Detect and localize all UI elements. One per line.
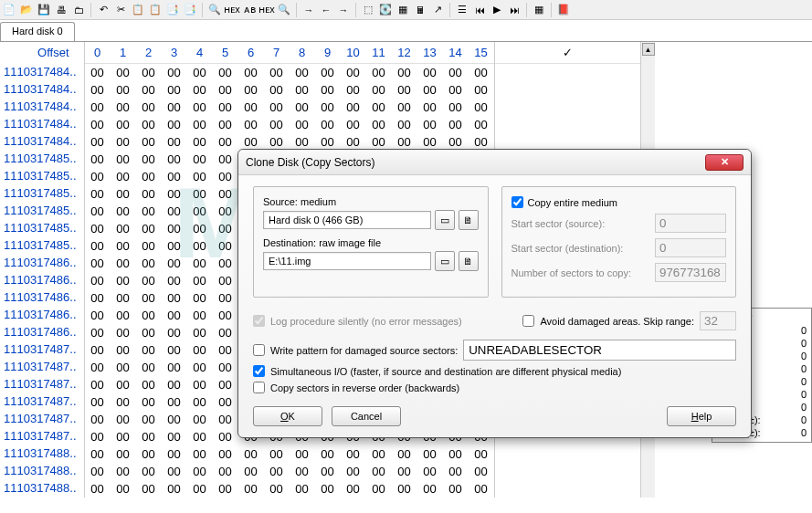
hex-cell[interactable]: 00	[443, 116, 469, 133]
hex-cell[interactable]: 00	[213, 220, 238, 237]
hex-cell[interactable]: 00	[136, 376, 162, 393]
hex-cell[interactable]: 00	[264, 463, 290, 480]
hex-cell[interactable]: 00	[443, 480, 469, 497]
hex-cell[interactable]: 00	[111, 289, 136, 307]
hex-cell[interactable]: 00	[187, 393, 213, 411]
hex-cell[interactable]: 00	[315, 463, 341, 480]
hex-cell[interactable]: 00	[392, 463, 417, 480]
hex-cell[interactable]: 00	[290, 81, 315, 99]
hex-cell[interactable]: 00	[111, 445, 136, 463]
hex-cell[interactable]: 00	[136, 116, 162, 133]
hex-cell[interactable]: 00	[341, 480, 366, 497]
hex-cell[interactable]: 00	[213, 255, 238, 272]
hex-cell[interactable]: 00	[469, 116, 494, 133]
copy-entire-checkbox[interactable]	[511, 196, 523, 208]
hex-cell[interactable]: 00	[238, 480, 264, 497]
hex-cell[interactable]: 00	[366, 445, 392, 463]
hex-cell[interactable]: 00	[111, 99, 136, 116]
hex-cell[interactable]: 00	[469, 64, 494, 81]
hex-cell[interactable]: 00	[213, 151, 238, 168]
hex-cell[interactable]: 00	[85, 463, 111, 480]
hex-cell[interactable]: 00	[187, 185, 213, 203]
hex-cell[interactable]: 00	[213, 237, 238, 255]
hex-cell[interactable]: 00	[136, 411, 162, 428]
hex-cell[interactable]: 00	[111, 133, 136, 151]
hex-cell[interactable]: 00	[341, 64, 366, 81]
hex-cell[interactable]: 00	[136, 203, 162, 220]
hex-cell[interactable]: 00	[392, 64, 417, 81]
hex-cell[interactable]: 00	[213, 393, 238, 411]
scroll-up-arrow-icon[interactable]: ▲	[642, 43, 655, 56]
hex-cell[interactable]: 00	[213, 133, 238, 151]
hex-cell[interactable]: 00	[315, 64, 341, 81]
hex-cell[interactable]: 00	[85, 151, 111, 168]
hex-cell[interactable]: 00	[136, 237, 162, 255]
hex-cell[interactable]: 00	[111, 324, 136, 341]
tool-back-icon[interactable]: ←	[319, 3, 333, 17]
hex-cell[interactable]: 00	[290, 445, 315, 463]
hex-cell[interactable]: 00	[315, 480, 341, 497]
hex-cell[interactable]: 00	[341, 116, 366, 133]
hex-cell[interactable]: 00	[162, 445, 187, 463]
tool-open-icon[interactable]: 📂	[19, 3, 34, 17]
hex-row[interactable]: 00000000000000000000000000000000	[85, 116, 494, 133]
hex-cell[interactable]: 00	[290, 480, 315, 497]
hex-cell[interactable]: 00	[187, 151, 213, 168]
tool-calc-icon[interactable]: 🖩	[413, 3, 427, 17]
hex-cell[interactable]: 00	[238, 99, 264, 116]
hex-cell[interactable]: 00	[213, 428, 238, 445]
hex-cell[interactable]: 00	[469, 480, 494, 497]
hex-cell[interactable]: 00	[213, 463, 238, 480]
hex-cell[interactable]: 00	[162, 237, 187, 255]
hex-cell[interactable]: 00	[85, 203, 111, 220]
hex-cell[interactable]: 00	[187, 64, 213, 81]
hex-cell[interactable]: 00	[469, 99, 494, 116]
hex-cell[interactable]: 00	[85, 272, 111, 289]
hex-cell[interactable]: 00	[111, 463, 136, 480]
hex-cell[interactable]: 00	[85, 255, 111, 272]
hex-cell[interactable]: 00	[162, 393, 187, 411]
hex-cell[interactable]: 00	[187, 116, 213, 133]
hex-cell[interactable]: 00	[264, 99, 290, 116]
hex-cell[interactable]: 00	[85, 393, 111, 411]
hex-cell[interactable]: 00	[111, 81, 136, 99]
hex-cell[interactable]: 00	[187, 133, 213, 151]
close-button[interactable]: ✕	[705, 154, 743, 171]
hex-cell[interactable]: 00	[443, 463, 469, 480]
tool-new-icon[interactable]: 📄	[2, 3, 16, 17]
hex-cell[interactable]: 00	[213, 359, 238, 376]
hex-cell[interactable]: 00	[213, 307, 238, 324]
hex-cell[interactable]: 00	[392, 99, 417, 116]
hex-cell[interactable]: 00	[162, 307, 187, 324]
hex-cell[interactable]: 00	[85, 341, 111, 359]
hex-cell[interactable]: 00	[136, 307, 162, 324]
hex-cell[interactable]: 00	[443, 64, 469, 81]
hex-cell[interactable]: 00	[136, 220, 162, 237]
hex-cell[interactable]: 00	[187, 220, 213, 237]
hex-cell[interactable]: 00	[187, 203, 213, 220]
hex-cell[interactable]: 00	[136, 133, 162, 151]
hex-cell[interactable]: 00	[111, 307, 136, 324]
hex-cell[interactable]: 00	[187, 341, 213, 359]
hex-row[interactable]: 00000000000000000000000000000000	[85, 64, 494, 81]
browse-dest-disk-button[interactable]: ▭	[435, 251, 455, 271]
hex-cell[interactable]: 00	[111, 480, 136, 497]
hex-cell[interactable]: 00	[162, 359, 187, 376]
hex-cell[interactable]: 00	[162, 463, 187, 480]
hex-cell[interactable]: 00	[136, 359, 162, 376]
hex-cell[interactable]: 00	[366, 480, 392, 497]
hex-cell[interactable]: 00	[264, 445, 290, 463]
hex-cell[interactable]: 00	[162, 185, 187, 203]
hex-cell[interactable]: 00	[366, 99, 392, 116]
tool-goto-icon[interactable]: →	[301, 3, 316, 17]
hex-row[interactable]: 00000000000000000000000000000000	[85, 463, 494, 480]
hex-cell[interactable]: 00	[213, 324, 238, 341]
hex-cell[interactable]: 00	[136, 463, 162, 480]
hex-cell[interactable]: 00	[417, 64, 443, 81]
hex-cell[interactable]: 00	[187, 411, 213, 428]
hex-cell[interactable]: 00	[187, 81, 213, 99]
hex-cell[interactable]: 00	[392, 480, 417, 497]
write-pattern-checkbox[interactable]	[253, 344, 265, 356]
hex-cell[interactable]: 00	[187, 463, 213, 480]
ok-button[interactable]: OK	[253, 406, 322, 426]
